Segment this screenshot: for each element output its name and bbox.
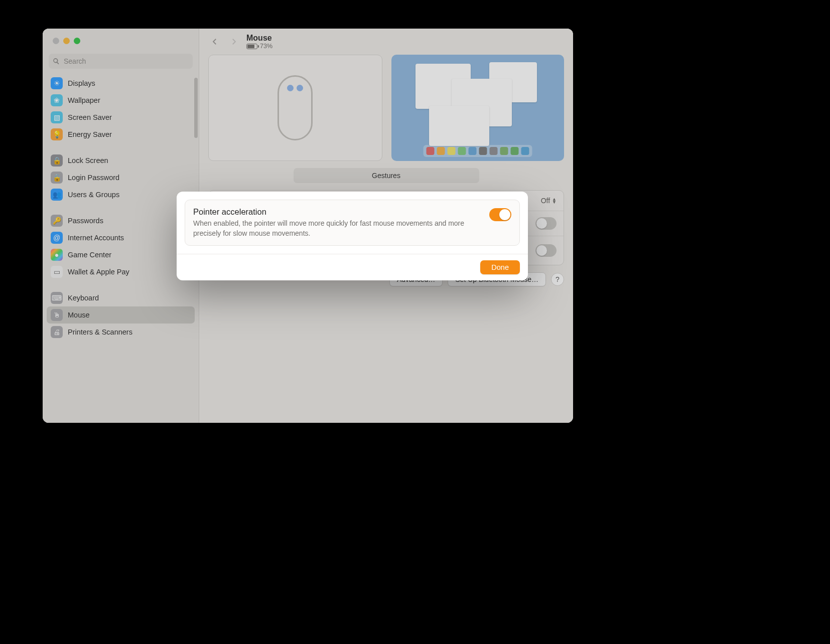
pointer-acceleration-row: Pointer acceleration When enabled, the p… [185, 200, 520, 246]
pointer-acceleration-title: Pointer acceleration [193, 207, 481, 217]
system-settings-window: Search ☀Displays ❀Wallpaper ▧Screen Save… [43, 29, 573, 423]
done-button[interactable]: Done [480, 260, 520, 274]
pointer-acceleration-desc: When enabled, the pointer will move more… [193, 219, 481, 238]
pointer-acceleration-toggle[interactable] [489, 208, 511, 221]
advanced-sheet: Pointer acceleration When enabled, the p… [177, 192, 528, 280]
